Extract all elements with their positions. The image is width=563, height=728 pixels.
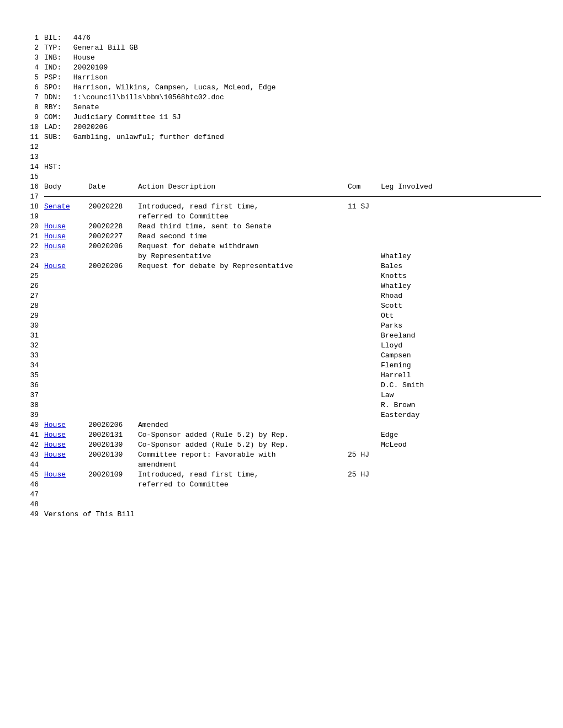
action-cell: Read second time	[138, 232, 348, 242]
bil-label: BIL:	[44, 33, 69, 43]
table-row: 21House20020227Read second time	[22, 232, 541, 242]
house-link[interactable]: House	[44, 451, 66, 459]
leg-cell: Law	[381, 390, 541, 400]
line-47: 47	[22, 490, 541, 500]
ddn-label: DDN:	[44, 93, 69, 103]
date-cell	[88, 271, 138, 281]
action-cell	[138, 371, 348, 381]
body-cell	[44, 460, 88, 470]
date-cell	[88, 351, 138, 361]
leg-cell: Campsen	[381, 351, 541, 361]
body-cell[interactable]: House	[44, 242, 88, 251]
senate-link[interactable]: Senate	[44, 202, 70, 211]
table-row: 22House20020206Request for debate withdr…	[22, 242, 541, 251]
bill-info-page: 1 BIL: 4476 2 TYP: General Bill GB 3 INB…	[22, 33, 541, 520]
line-2: 2 TYP: General Bill GB	[22, 43, 541, 53]
leg-cell: Parks	[381, 321, 541, 331]
action-cell	[138, 281, 348, 291]
leg-cell	[381, 480, 541, 490]
date-cell	[88, 321, 138, 331]
header-date: Date	[88, 182, 138, 192]
com-cell	[348, 261, 381, 271]
line-7: 7 DDN: 1:\council\bills\bbm\10568htc02.d…	[22, 93, 541, 103]
table-row: 23by RepresentativeWhatley	[22, 251, 541, 261]
body-cell[interactable]: House	[44, 232, 88, 242]
lad-label: LAD:	[44, 122, 69, 132]
com-cell	[348, 291, 381, 301]
house-link[interactable]: House	[44, 232, 66, 240]
body-cell[interactable]: House	[44, 261, 88, 271]
line-48: 48	[22, 500, 541, 510]
body-cell	[44, 271, 88, 281]
com-cell	[348, 410, 381, 420]
header-leg: Leg Involved	[381, 182, 541, 192]
com-cell	[348, 242, 381, 251]
table-row: 36D.C. Smith	[22, 381, 541, 390]
body-cell[interactable]: Senate	[44, 202, 88, 212]
body-cell	[44, 371, 88, 381]
leg-cell: Lloyd	[381, 341, 541, 351]
house-link[interactable]: House	[44, 441, 66, 449]
line-17: 17	[22, 192, 541, 202]
table-row: 31Breeland	[22, 331, 541, 341]
com-cell: 25 HJ	[348, 470, 381, 480]
bil-value: 4476	[73, 34, 91, 42]
body-cell	[44, 381, 88, 390]
leg-cell: Whatley	[381, 281, 541, 291]
com-cell	[348, 321, 381, 331]
house-link[interactable]: House	[44, 242, 66, 250]
body-cell[interactable]: House	[44, 430, 88, 440]
house-link[interactable]: House	[44, 431, 66, 439]
action-cell	[138, 351, 348, 361]
body-cell	[44, 281, 88, 291]
leg-cell	[381, 212, 541, 222]
date-cell: 20020206	[88, 242, 138, 251]
body-cell	[44, 291, 88, 301]
body-cell	[44, 341, 88, 351]
action-cell	[138, 410, 348, 420]
com-cell	[348, 420, 381, 430]
line-13: 13	[22, 152, 541, 162]
line-11: 11 SUB: Gambling, unlawful; further defi…	[22, 132, 541, 142]
table-row: 32Lloyd	[22, 341, 541, 351]
table-row: 18Senate20020228Introduced, read first t…	[22, 202, 541, 212]
sub-value: Gambling, unlawful; further defined	[73, 133, 224, 141]
leg-cell	[381, 470, 541, 480]
table-header-row: 16 Body Date Action Description Com Leg …	[22, 182, 541, 192]
com-value: Judiciary Committee 11 SJ	[73, 113, 181, 121]
hst-label: HST:	[44, 162, 69, 172]
table-row: 19referred to Committee	[22, 212, 541, 222]
leg-cell: R. Brown	[381, 400, 541, 410]
house-link[interactable]: House	[44, 222, 66, 231]
body-cell[interactable]: House	[44, 440, 88, 450]
action-cell	[138, 361, 348, 371]
leg-cell: Harrell	[381, 371, 541, 381]
typ-value: General Bill GB	[73, 44, 138, 52]
psp-label: PSP:	[44, 73, 69, 83]
table-row: 45House20020109Introduced, read first ti…	[22, 470, 541, 480]
date-cell	[88, 460, 138, 470]
table-row: 39Easterday	[22, 410, 541, 420]
com-cell	[348, 251, 381, 261]
body-cell	[44, 361, 88, 371]
action-cell: referred to Committee	[138, 212, 348, 222]
header-com: Com	[348, 182, 381, 192]
house-link[interactable]: House	[44, 470, 66, 479]
body-cell[interactable]: House	[44, 470, 88, 480]
table-row: 44amendment	[22, 460, 541, 470]
date-cell: 20020131	[88, 430, 138, 440]
body-cell[interactable]: House	[44, 222, 88, 232]
house-link[interactable]: House	[44, 262, 66, 270]
inb-label: INB:	[44, 53, 69, 63]
com-cell	[348, 390, 381, 400]
date-cell	[88, 251, 138, 261]
house-link[interactable]: House	[44, 421, 66, 429]
body-cell[interactable]: House	[44, 420, 88, 430]
body-cell[interactable]: House	[44, 450, 88, 460]
action-cell	[138, 291, 348, 301]
leg-cell	[381, 420, 541, 430]
com-cell	[348, 311, 381, 321]
table-row: 43House20020130Committee report: Favorab…	[22, 450, 541, 460]
table-row: 37Law	[22, 390, 541, 400]
action-cell	[138, 301, 348, 311]
